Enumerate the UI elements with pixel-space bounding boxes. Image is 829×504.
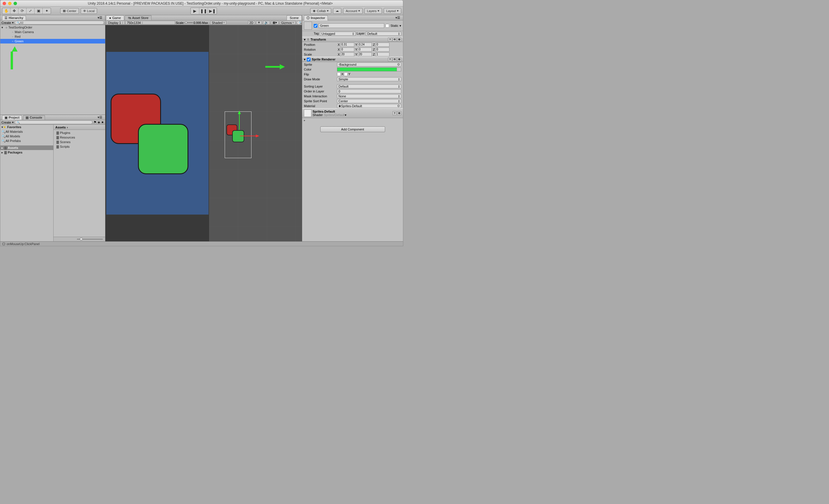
- favorite-item[interactable]: 🔍 All Materials: [0, 129, 53, 134]
- hierarchy-create-button[interactable]: Create: [1, 21, 11, 25]
- move-gizmo-x[interactable]: [256, 135, 259, 137]
- close-window-icon[interactable]: [3, 2, 6, 5]
- collab-button[interactable]: ◉ Collab ▾: [310, 8, 331, 14]
- static-checkbox[interactable]: [386, 24, 389, 28]
- sortpoint-dropdown[interactable]: Center‡: [337, 99, 401, 103]
- hierarchy-item[interactable]: ▫Main Camera: [0, 30, 105, 34]
- folder-item[interactable]: ▇Resources: [54, 135, 105, 140]
- scene-sprite-green[interactable]: [232, 130, 244, 142]
- flip-y-checkbox[interactable]: [344, 72, 348, 76]
- menu-icon[interactable]: ⚙: [397, 111, 401, 115]
- shading-dropdown[interactable]: Shaded▾: [210, 21, 226, 25]
- material-header[interactable]: Sprites-Default ShaderSprites/Default▾ ?…: [302, 108, 403, 118]
- packages-folder[interactable]: ▸▇Packages: [0, 150, 53, 155]
- object-name-input[interactable]: Green: [319, 23, 384, 28]
- inspector-tab[interactable]: ⓘ Inspector: [304, 15, 328, 21]
- filter-icon[interactable]: ⚑: [94, 120, 97, 124]
- pos-y-input[interactable]: [358, 43, 372, 47]
- move-gizmo-y[interactable]: [238, 111, 241, 114]
- folder-item[interactable]: ▇Plugins: [54, 131, 105, 135]
- rot-y-input[interactable]: [358, 47, 372, 51]
- help-icon[interactable]: ?: [388, 57, 392, 61]
- transform-header[interactable]: ▾ ⬍ Transform?⟲⚙: [302, 37, 403, 42]
- project-breadcrumb[interactable]: Assets ›: [53, 125, 105, 130]
- folder-item[interactable]: ▇Scripts: [54, 144, 105, 149]
- favorites-header[interactable]: ▾★Favorites: [0, 125, 53, 129]
- layout-button[interactable]: Layout ▾: [384, 8, 401, 14]
- pause-button[interactable]: ❚❚: [199, 8, 208, 14]
- filter-icon[interactable]: ◈: [98, 120, 100, 124]
- scale-y-input[interactable]: [358, 52, 372, 57]
- rotate-tool-button[interactable]: ⟳: [19, 8, 27, 14]
- audio-toggle[interactable]: 🔊: [263, 21, 270, 25]
- asset-store-tab[interactable]: 🛍 Asset Store: [125, 15, 152, 20]
- color-field[interactable]: [337, 67, 401, 71]
- rot-z-input[interactable]: [375, 47, 390, 51]
- assets-folder[interactable]: ▸▇Assets: [0, 145, 53, 150]
- rot-x-input[interactable]: [340, 47, 354, 51]
- transform-tool-button[interactable]: ✦: [43, 8, 51, 14]
- menu-icon[interactable]: ⚙: [397, 57, 401, 61]
- favorite-item[interactable]: 🔍 All Prefabs: [0, 139, 53, 143]
- sprite-field[interactable]: ▫ Background⊙: [337, 63, 401, 67]
- move-tool-button[interactable]: ✥: [10, 8, 19, 14]
- display-dropdown[interactable]: Display 1‡: [107, 21, 125, 25]
- layer-dropdown[interactable]: Default ‡: [366, 32, 401, 36]
- step-button[interactable]: ▶❚: [208, 8, 217, 14]
- sortlayer-dropdown[interactable]: Default‡: [337, 84, 401, 88]
- scene-tab[interactable]: Scene: [287, 15, 302, 20]
- gameobject-icon[interactable]: [304, 22, 312, 30]
- filter-icon[interactable]: ★: [101, 120, 104, 124]
- hierarchy-search-input[interactable]: 🔍 All: [15, 21, 104, 25]
- pos-z-input[interactable]: [375, 43, 390, 47]
- light-toggle[interactable]: ☀: [256, 21, 262, 25]
- pivot-mode-button[interactable]: ▦ Center: [60, 8, 79, 14]
- zoom-window-icon[interactable]: [13, 2, 17, 5]
- reset-icon[interactable]: ⟲: [393, 57, 397, 61]
- 2d-toggle[interactable]: 2D: [248, 21, 255, 25]
- account-button[interactable]: Account ▾: [343, 8, 363, 14]
- hierarchy-scene-row[interactable]: ▾⎈TestSortingOrder: [0, 25, 105, 30]
- play-button[interactable]: ▶: [191, 8, 199, 14]
- panel-menu-icon[interactable]: ▾☰: [97, 115, 103, 119]
- layers-button[interactable]: Layers ▾: [364, 8, 382, 14]
- flip-x-checkbox[interactable]: [337, 72, 341, 76]
- minimize-window-icon[interactable]: [8, 2, 11, 5]
- hierarchy-item[interactable]: ▫Red: [0, 34, 105, 39]
- project-search-input[interactable]: 🔍: [15, 120, 93, 124]
- tag-dropdown[interactable]: Untagged ‡: [320, 32, 355, 36]
- panel-menu-icon[interactable]: ▾☰: [97, 16, 103, 20]
- project-tab[interactable]: ▣ Project: [2, 115, 22, 120]
- material-field[interactable]: ◉ Sprites-Default⊙: [337, 104, 401, 108]
- favorite-item[interactable]: 🔍 All Models: [0, 134, 53, 139]
- scale-x-input[interactable]: [340, 52, 354, 57]
- project-scale-slider[interactable]: [53, 237, 105, 241]
- drawmode-dropdown[interactable]: Simple‡: [337, 77, 401, 81]
- scale-z-input[interactable]: [375, 52, 390, 57]
- game-tab[interactable]: ● Game: [106, 15, 124, 20]
- pivot-rotation-button[interactable]: ⊕ Local: [81, 8, 97, 14]
- reset-icon[interactable]: ⟲: [393, 37, 397, 41]
- pos-x-input[interactable]: [340, 43, 354, 47]
- gizmos-dropdown[interactable]: Gizmos▾: [280, 21, 295, 25]
- menu-icon[interactable]: ⚙: [397, 37, 401, 41]
- help-icon[interactable]: ?: [393, 111, 397, 115]
- shader-dropdown[interactable]: Sprites/Default▾: [324, 113, 346, 117]
- sprite-renderer-header[interactable]: ▾ Sprite Renderer?⟲⚙: [302, 57, 403, 62]
- scene-search-input[interactable]: 🔍: [297, 21, 301, 25]
- console-tab[interactable]: ▤ Console: [23, 115, 45, 120]
- fx-toggle[interactable]: ▦▾: [271, 21, 279, 25]
- cloud-button[interactable]: ☁: [333, 8, 341, 14]
- scale-slider[interactable]: [184, 22, 193, 23]
- project-create-button[interactable]: Create: [1, 121, 11, 124]
- rect-tool-button[interactable]: ▣: [35, 8, 43, 14]
- resolution-dropdown[interactable]: 750x1334‡: [125, 21, 175, 25]
- hand-tool-button[interactable]: ✋: [2, 8, 10, 14]
- mask-dropdown[interactable]: None‡: [337, 94, 401, 98]
- hierarchy-tab[interactable]: ☰ Hierarchy ▾☰: [0, 15, 105, 21]
- component-enabled-checkbox[interactable]: [307, 58, 311, 61]
- scale-tool-button[interactable]: ⤢: [27, 8, 35, 14]
- help-icon[interactable]: ?: [388, 37, 392, 41]
- add-component-button[interactable]: Add Component: [320, 127, 385, 132]
- panel-menu-icon[interactable]: ▾☰: [394, 16, 401, 20]
